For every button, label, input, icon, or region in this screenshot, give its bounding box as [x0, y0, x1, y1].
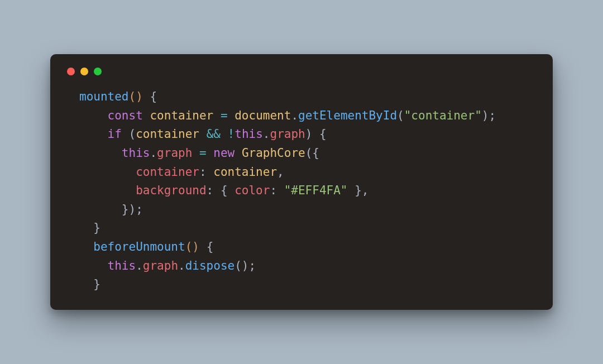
- code-token: .: [263, 127, 270, 141]
- code-token: container: [136, 127, 199, 141]
- code-token: },: [347, 184, 368, 197]
- code-window: mounted() { const container = document.g…: [50, 54, 553, 310]
- code-token: ): [192, 240, 199, 253]
- code-token: =: [199, 146, 207, 160]
- code-token: [79, 165, 136, 179]
- close-icon[interactable]: [67, 68, 75, 75]
- code-token: this: [234, 127, 263, 141]
- code-token: color: [234, 184, 270, 197]
- code-token: dispose: [185, 259, 235, 272]
- code-token: }: [79, 277, 100, 291]
- code-token: [213, 109, 221, 122]
- code-token: &&: [207, 127, 221, 141]
- code-token: [228, 109, 235, 122]
- code-token: [234, 146, 242, 160]
- code-token: ({: [305, 146, 319, 160]
- code-token: .: [150, 146, 157, 160]
- code-token: getElementById: [298, 109, 397, 122]
- code-token: {: [143, 90, 157, 103]
- code-token: [122, 127, 129, 141]
- code-token: graph: [143, 259, 178, 272]
- code-token: [207, 146, 214, 160]
- minimize-icon[interactable]: [80, 68, 88, 75]
- code-token: this: [122, 146, 150, 160]
- code-token: [221, 127, 228, 141]
- window-traffic-lights: [66, 66, 537, 75]
- code-token: .: [136, 259, 143, 272]
- code-token: const: [108, 109, 143, 122]
- code-token: (: [129, 90, 136, 103]
- code-token: [199, 127, 207, 141]
- code-token: graph: [270, 127, 305, 141]
- code-token: !: [228, 127, 235, 141]
- code-token: container: [136, 165, 199, 179]
- code-token: mounted: [79, 90, 129, 103]
- code-token: this: [108, 259, 136, 272]
- code-token: [143, 109, 150, 122]
- code-token: : {: [207, 184, 235, 197]
- code-token: .: [178, 259, 185, 272]
- code-token: }: [79, 221, 100, 234]
- code-block: mounted() { const container = document.g…: [66, 88, 537, 294]
- code-token: container: [150, 109, 213, 122]
- code-token: background: [136, 184, 206, 197]
- zoom-icon[interactable]: [94, 68, 102, 75]
- code-token: [79, 109, 108, 122]
- code-token: if: [108, 127, 122, 141]
- code-token: document: [234, 109, 291, 122]
- code-token: "container": [404, 109, 482, 122]
- code-token: beforeUnmount: [93, 240, 185, 253]
- code-token: (: [129, 127, 136, 141]
- code-token: ): [305, 127, 313, 141]
- code-token: graph: [157, 146, 192, 160]
- stage: mounted() { const container = document.g…: [0, 0, 603, 364]
- code-token: ();: [234, 259, 256, 272]
- code-token: ): [136, 90, 143, 103]
- code-token: });: [79, 203, 143, 216]
- code-token: =: [221, 109, 228, 122]
- code-token: .: [291, 109, 298, 122]
- code-token: );: [482, 109, 496, 122]
- code-token: "#EFF4FA": [284, 184, 348, 197]
- code-token: GraphCore: [242, 146, 305, 160]
- code-token: :: [199, 165, 213, 179]
- code-token: [79, 240, 93, 253]
- code-token: [79, 146, 122, 160]
- code-token: [79, 259, 108, 272]
- code-token: ,: [277, 165, 284, 179]
- code-token: (: [185, 240, 193, 253]
- code-token: :: [270, 184, 284, 197]
- code-token: (: [397, 109, 404, 122]
- code-token: [79, 184, 136, 197]
- code-token: new: [213, 146, 234, 160]
- code-token: [79, 127, 108, 141]
- code-token: {: [312, 127, 326, 141]
- code-token: container: [213, 165, 277, 179]
- code-token: {: [199, 240, 213, 253]
- code-token: [192, 146, 199, 160]
